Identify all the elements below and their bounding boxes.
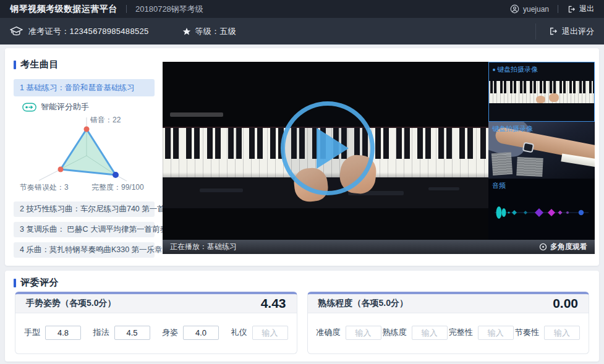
song-list-header: 考生曲目 xyxy=(14,59,59,70)
song-item-label: 1 基础练习：音阶和琶音基础练习 xyxy=(20,83,134,93)
score-input-rhythm[interactable] xyxy=(544,326,580,340)
mini-hand xyxy=(536,96,545,103)
thumbnail-keyboard-side-view[interactable]: 键盘拍摄录像 xyxy=(488,122,595,179)
app-window: 钢琴视频考级数据运营平台 20180728钢琴考级 yuejuan 退出 xyxy=(0,0,604,364)
level-value: 五级 xyxy=(219,27,236,36)
divider xyxy=(535,23,536,40)
panel-header: 熟练程度（各项5.0分） 0.00 xyxy=(308,294,589,313)
main-video[interactable] xyxy=(163,62,488,240)
username[interactable]: yuejuan xyxy=(523,5,549,14)
song-item-label: 4 乐曲：莫扎特钢琴奏鸣曲K330 第一乐章 xyxy=(20,245,163,255)
user-icon xyxy=(510,4,519,14)
score-field-fingering: 指法 xyxy=(93,326,150,340)
score-field-etiquette: 礼仪 xyxy=(231,326,288,340)
score-input-accuracy[interactable] xyxy=(346,326,381,340)
exit-scoring-button[interactable]: 退出评分 xyxy=(548,26,594,37)
panel-body: 准确度 熟练度 完整性 节奏性 xyxy=(308,313,589,352)
song-item-3[interactable]: 3 复调乐曲： 巴赫C 大调平均律第一首前奏曲 xyxy=(14,222,155,237)
song-item-1[interactable]: 1 基础练习：音阶和琶音基础练习 xyxy=(14,79,155,96)
section-accent-bar xyxy=(14,279,16,287)
divider xyxy=(126,5,127,13)
logout-button[interactable]: 退出 xyxy=(567,4,594,14)
logout-icon xyxy=(567,5,576,14)
judge-scoring-card: 评委评分 手势姿势（各项5.0分） 4.43 手型 指法 xyxy=(5,271,599,362)
score-field-accuracy: 准确度 xyxy=(317,326,381,340)
thumbnail-label: 音频 xyxy=(492,181,506,190)
ticket-number: 12345678985488525 xyxy=(70,27,149,36)
scoring-header: 评委评分 xyxy=(14,277,59,289)
song-item-label: 3 复调乐曲： 巴赫C 大调平均律第一首前奏曲 xyxy=(20,224,175,235)
video-player: 键盘拍摄录像 键盘拍摄录像 xyxy=(163,62,595,254)
radar-label-rhythm-errors: 节奏错误处：3 xyxy=(20,182,69,193)
thumbnail-label: 键盘拍摄录像 xyxy=(493,65,538,74)
panel-body: 手型 指法 身姿 礼仪 xyxy=(15,313,297,352)
exam-playback-card: 考生曲目 1 基础练习：音阶和琶音基础练习 智能评分助手 xyxy=(5,48,599,266)
field-label: 指法 xyxy=(93,327,109,338)
field-label: 完整性 xyxy=(449,327,473,338)
play-icon xyxy=(317,128,349,169)
score-input-hand-shape[interactable] xyxy=(45,326,81,340)
song-item-label: 2 技巧性练习曲：车尔尼练习曲740 第一首 xyxy=(20,204,165,214)
song-item-4[interactable]: 4 乐曲：莫扎特钢琴奏鸣曲K330 第一乐章 xyxy=(14,242,155,258)
thumbnail-audio[interactable]: 音频 xyxy=(488,179,595,240)
score-field-completeness: 完整性 xyxy=(449,326,514,340)
logout-icon xyxy=(548,27,558,36)
thumbnail-keyboard-top-view[interactable]: 键盘拍摄录像 xyxy=(488,62,595,122)
thumbnail-label: 键盘拍摄录像 xyxy=(492,124,533,133)
ticket-number-text: 准考证号：12345678985488525 xyxy=(28,26,149,37)
section-accent-bar xyxy=(14,61,16,69)
audio-waveform xyxy=(493,203,590,222)
panel-gesture-posture: 手势姿势（各项5.0分） 4.43 手型 指法 身姿 xyxy=(15,292,297,354)
session-title: 20180728钢琴考级 xyxy=(135,4,203,15)
ai-score-assistant-toggle[interactable]: 智能评分助手 xyxy=(22,101,89,112)
field-label: 准确度 xyxy=(317,327,341,338)
star-icon xyxy=(182,27,191,36)
graduation-cap-icon xyxy=(10,26,23,36)
score-field-proficiency: 熟练度 xyxy=(383,326,448,340)
wristwatch-shape xyxy=(522,142,535,153)
multi-angle-icon xyxy=(539,243,547,251)
player-status-bar: 正在播放：基础练习 多角度观看 xyxy=(163,240,595,254)
score-input-fingering[interactable] xyxy=(114,326,150,340)
song-list-title: 考生曲目 xyxy=(20,59,59,70)
score-field-rhythm: 节奏性 xyxy=(515,326,580,340)
ticket-label: 准考证号： xyxy=(28,27,70,36)
score-input-etiquette[interactable] xyxy=(252,326,288,340)
panel-header: 手势姿势（各项5.0分） 4.43 xyxy=(15,294,297,313)
panel-total-score: 4.43 xyxy=(261,296,286,311)
scoring-title: 评委评分 xyxy=(20,277,59,289)
exam-info-bar: 准考证号：12345678985488525 等级：五级 退出评分 xyxy=(0,18,604,44)
top-bar: 钢琴视频考级数据运营平台 20180728钢琴考级 yuejuan 退出 xyxy=(0,0,604,18)
field-label: 身姿 xyxy=(162,327,178,338)
score-input-completeness[interactable] xyxy=(478,326,514,340)
now-playing-text: 正在播放：基础练习 xyxy=(170,242,237,252)
score-panels: 手势姿势（各项5.0分） 4.43 手型 指法 身姿 xyxy=(15,292,589,354)
panel-title: 熟练程度（各项5.0分） xyxy=(318,298,408,309)
logout-label: 退出 xyxy=(579,4,594,14)
field-label: 手型 xyxy=(24,327,40,338)
selected-dot xyxy=(493,69,495,71)
score-field-posture: 身姿 xyxy=(162,326,219,340)
video-watermark xyxy=(170,112,223,117)
score-input-proficiency[interactable] xyxy=(412,326,448,340)
radar-label-completeness: 完整度：99/100 xyxy=(91,182,144,193)
score-field-hand-shape: 手型 xyxy=(24,326,81,340)
song-item-2[interactable]: 2 技巧性练习曲：车尔尼练习曲740 第一首 xyxy=(14,201,155,217)
panel-proficiency: 熟练程度（各项5.0分） 0.00 准确度 熟练度 完整性 xyxy=(307,292,590,354)
level-text: 等级：五级 xyxy=(195,26,237,37)
level-label: 等级： xyxy=(195,27,220,36)
field-label: 礼仪 xyxy=(231,327,247,338)
mini-black-keys xyxy=(489,81,594,93)
radar-label-wrong-notes: 错音：22 xyxy=(90,115,121,125)
score-input-posture[interactable] xyxy=(183,326,219,340)
sheet-music-shape xyxy=(491,152,513,176)
multi-angle-label: 多角度观看 xyxy=(550,242,587,252)
field-label: 熟练度 xyxy=(383,327,407,338)
divider xyxy=(558,5,558,13)
panel-total-score: 0.00 xyxy=(553,296,578,311)
toggle-switch-icon xyxy=(22,103,36,112)
exit-scoring-label: 退出评分 xyxy=(562,26,594,37)
multi-angle-button[interactable]: 多角度观看 xyxy=(539,242,587,252)
panel-title: 手势姿势（各项5.0分） xyxy=(26,298,116,309)
score-radar-chart: 错音：22 节奏错误处：3 完整度：99/100 xyxy=(19,116,151,193)
